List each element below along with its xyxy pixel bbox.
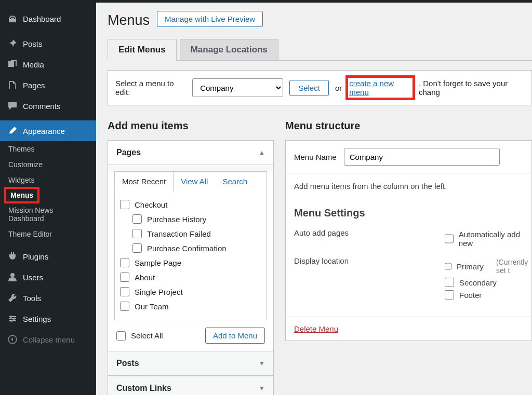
page-item[interactable]: Transaction Failed bbox=[120, 226, 261, 241]
sidebar-sub-theme-editor[interactable]: Theme Editor bbox=[0, 226, 96, 242]
menu-settings-title: Menu Settings bbox=[294, 207, 523, 219]
page-checkbox[interactable] bbox=[132, 243, 142, 253]
brush-icon bbox=[7, 126, 18, 136]
page-title: Menus bbox=[108, 12, 150, 29]
subtab-view-all[interactable]: View All bbox=[174, 172, 215, 191]
menu-name-label: Menu Name bbox=[294, 153, 337, 161]
add-to-menu-button[interactable]: Add to Menu bbox=[205, 328, 265, 344]
subtab-most-recent[interactable]: Most Recent bbox=[114, 171, 174, 192]
select-menu-label: Select a menu to edit: bbox=[115, 79, 186, 97]
page-item[interactable]: Our Team bbox=[120, 299, 261, 314]
sidebar-sub-mission-news[interactable]: Mission News Dashboard bbox=[0, 202, 96, 226]
select-all-row[interactable]: Select All bbox=[116, 329, 163, 343]
display-location-label: Display location bbox=[294, 256, 445, 301]
auto-add-label: Auto add pages bbox=[294, 228, 445, 249]
page-item[interactable]: Sample Page bbox=[120, 255, 261, 270]
location-footer[interactable]: Footer bbox=[445, 289, 530, 301]
dashboard-icon bbox=[7, 13, 18, 24]
svg-point-0 bbox=[10, 64, 12, 66]
sidebar-item-dashboard[interactable]: Dashboard bbox=[0, 8, 96, 29]
page-checkbox[interactable] bbox=[120, 258, 129, 267]
page-checkbox[interactable] bbox=[132, 229, 142, 238]
sidebar-label: Appearance bbox=[23, 127, 65, 135]
sidebar-sub-menus[interactable]: Menus bbox=[5, 188, 38, 202]
sidebar-sub-customize[interactable]: Customize bbox=[0, 157, 96, 172]
collapse-icon bbox=[7, 334, 18, 345]
chevron-down-icon: ▼ bbox=[259, 385, 265, 392]
auto-add-checkbox[interactable] bbox=[445, 234, 454, 243]
pages-subtabs: Most Recent View All Search bbox=[114, 171, 267, 191]
or-text: or bbox=[335, 84, 342, 92]
svg-point-3 bbox=[13, 318, 15, 320]
sidebar-label: Pages bbox=[23, 81, 45, 90]
panel-custom-links-header[interactable]: Custom Links ▼ bbox=[108, 376, 273, 395]
settings-icon bbox=[7, 314, 18, 324]
admin-sidebar: Dashboard Posts Media Pages Comments App… bbox=[0, 0, 96, 395]
page-checkbox[interactable] bbox=[132, 214, 142, 224]
page-checkbox[interactable] bbox=[120, 287, 129, 296]
page-checkbox[interactable] bbox=[120, 200, 129, 209]
sidebar-label: Tools bbox=[23, 294, 41, 303]
sidebar-item-settings[interactable]: Settings bbox=[0, 308, 96, 329]
create-new-menu-link[interactable]: create a new menu bbox=[349, 79, 394, 97]
add-menu-items-column: Add menu items Pages ▲ Most Recent View … bbox=[108, 120, 274, 395]
users-icon bbox=[7, 272, 18, 282]
select-all-checkbox[interactable] bbox=[116, 331, 126, 340]
panel-title: Pages bbox=[116, 148, 141, 157]
location-secondary[interactable]: Secondary bbox=[445, 276, 530, 289]
menu-select-bar: Select a menu to edit: Company Select or… bbox=[108, 70, 532, 105]
page-item[interactable]: Single Project bbox=[120, 284, 261, 299]
accordion: Pages ▲ Most Recent View All Search Chec… bbox=[108, 140, 274, 395]
svg-point-1 bbox=[10, 273, 15, 277]
comments-icon bbox=[7, 101, 18, 111]
sidebar-item-media[interactable]: Media bbox=[0, 54, 96, 75]
create-menu-highlight: create a new menu bbox=[348, 78, 413, 98]
menu-select[interactable]: Company bbox=[192, 78, 283, 97]
menu-structure-column: Menu structure Menu Name Add menu items … bbox=[285, 120, 532, 395]
sidebar-label: Media bbox=[23, 60, 44, 69]
tools-icon bbox=[7, 293, 18, 303]
chevron-down-icon: ▼ bbox=[259, 360, 265, 367]
sidebar-item-plugins[interactable]: Plugins bbox=[0, 246, 96, 267]
location-checkbox[interactable] bbox=[445, 262, 451, 271]
live-preview-button[interactable]: Manage with Live Preview bbox=[157, 11, 263, 27]
chevron-up-icon: ▲ bbox=[259, 149, 265, 156]
sidebar-item-appearance[interactable]: Appearance bbox=[0, 120, 96, 141]
sidebar-sub-themes[interactable]: Themes bbox=[0, 141, 96, 157]
select-button[interactable]: Select bbox=[289, 80, 329, 96]
location-checkbox[interactable] bbox=[445, 278, 454, 287]
auto-add-option[interactable]: Automatically add new bbox=[445, 228, 530, 249]
sidebar-item-comments[interactable]: Comments bbox=[0, 96, 96, 116]
sidebar-label: Collapse menu bbox=[23, 335, 75, 344]
page-item[interactable]: Purchase History bbox=[120, 212, 261, 226]
sidebar-item-posts[interactable]: Posts bbox=[0, 33, 96, 54]
sidebar-item-users[interactable]: Users bbox=[0, 267, 96, 288]
page-item[interactable]: Checkout bbox=[120, 197, 261, 212]
sidebar-item-pages[interactable]: Pages bbox=[0, 75, 96, 96]
delete-menu-link[interactable]: Delete Menu bbox=[294, 324, 338, 333]
location-primary[interactable]: Primary (Currently set t bbox=[445, 256, 530, 276]
page-item[interactable]: About bbox=[120, 270, 261, 284]
subtab-search[interactable]: Search bbox=[215, 172, 255, 191]
tab-manage-locations[interactable]: Manage Locations bbox=[180, 39, 278, 61]
sidebar-collapse[interactable]: Collapse menu bbox=[0, 329, 96, 350]
panel-title: Custom Links bbox=[116, 384, 171, 393]
page-checkbox[interactable] bbox=[120, 273, 129, 282]
tab-edit-menus[interactable]: Edit Menus bbox=[108, 39, 177, 61]
svg-point-4 bbox=[10, 320, 12, 322]
panel-pages-header[interactable]: Pages ▲ bbox=[108, 141, 273, 165]
location-checkbox[interactable] bbox=[445, 290, 454, 299]
sidebar-sub-widgets[interactable]: Widgets bbox=[0, 172, 96, 188]
empty-hint: Add menu items from the column on the le… bbox=[294, 182, 523, 190]
sidebar-item-tools[interactable]: Tools bbox=[0, 288, 96, 308]
pages-icon bbox=[7, 80, 18, 90]
panel-posts-header[interactable]: Posts ▼ bbox=[108, 351, 273, 376]
main-content: Menus Manage with Live Preview Edit Menu… bbox=[96, 0, 532, 395]
nav-tabs: Edit Menus Manage Locations bbox=[108, 39, 532, 61]
sidebar-label: Comments bbox=[23, 102, 61, 111]
panel-title: Posts bbox=[116, 359, 139, 368]
page-checkbox[interactable] bbox=[120, 302, 129, 311]
menu-name-input[interactable] bbox=[344, 148, 500, 166]
sidebar-label: Dashboard bbox=[23, 15, 61, 23]
page-item[interactable]: Purchase Confirmation bbox=[120, 241, 261, 255]
